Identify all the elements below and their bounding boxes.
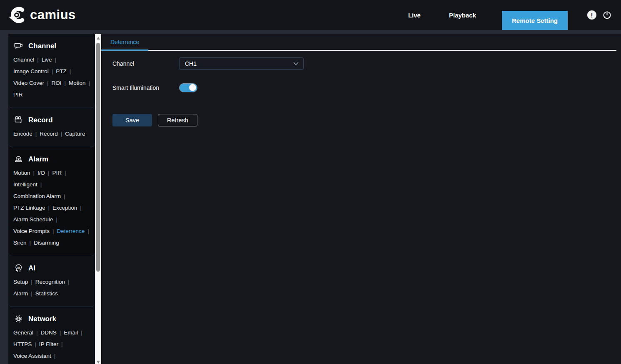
separator: | — [37, 57, 39, 63]
sidebar-row: Voice Assistant| — [13, 350, 90, 362]
channel-select[interactable]: CH1 — [179, 57, 304, 70]
save-button[interactable]: Save — [112, 114, 152, 126]
section-title-record: Record — [13, 114, 90, 128]
sidebar-item-motion[interactable]: Motion — [69, 80, 86, 86]
sidebar-item-alarm-pir[interactable]: PIR — [52, 170, 62, 176]
section-title-ai: AI AI — [13, 262, 90, 276]
separator: | — [31, 279, 32, 285]
sidebar-item-ddns[interactable]: DDNS — [41, 329, 57, 336]
sidebar: Channel Channel|Live| Image Control|PTZ|… — [8, 34, 95, 364]
sidebar-item-voice-assistant[interactable]: Voice Assistant — [13, 353, 51, 359]
sidebar-item-roi[interactable]: ROI — [52, 80, 62, 86]
tab-bar: Deterrence — [101, 34, 616, 51]
separator: | — [64, 193, 65, 199]
sidebar-item-ptz[interactable]: PTZ — [56, 68, 67, 74]
sidebar-item-intelligent[interactable]: Intelligent — [13, 181, 37, 188]
section-title-network: Network — [13, 313, 90, 327]
section-title-channel: Channel — [13, 40, 90, 54]
sidebar-item-ip-filter[interactable]: IP Filter — [39, 341, 58, 347]
action-buttons: Save Refresh — [101, 114, 621, 126]
ai-icon: AI — [13, 263, 23, 273]
separator: | — [40, 181, 42, 188]
sidebar-item-live[interactable]: Live — [42, 57, 52, 63]
sidebar-item-ptz-linkage[interactable]: PTZ Linkage — [13, 205, 45, 211]
sidebar-item-general[interactable]: General — [13, 329, 33, 336]
sidebar-section-network: Network General|DDNS|Email| HTTPS|IP Fil… — [8, 307, 95, 364]
camius-logo-icon — [8, 6, 26, 24]
separator: | — [48, 170, 50, 176]
sidebar-item-record[interactable]: Record — [40, 131, 58, 137]
separator: | — [87, 228, 89, 234]
sidebar-item-disarming[interactable]: Disarming — [34, 240, 59, 246]
separator: | — [80, 205, 82, 211]
sidebar-item-ai-setup[interactable]: Setup — [13, 279, 28, 285]
alarm-icon — [13, 154, 23, 164]
tab-deterrence[interactable]: Deterrence — [101, 34, 148, 51]
brand-logo: camius — [8, 6, 76, 24]
sidebar-row: Combination Alarm| — [13, 191, 90, 202]
separator: | — [35, 131, 37, 137]
sidebar-item-exception[interactable]: Exception — [52, 205, 77, 211]
section-title-alarm: Alarm — [13, 154, 90, 167]
smart-illumination-toggle[interactable] — [179, 83, 197, 92]
separator: | — [55, 57, 57, 63]
network-icon — [13, 314, 23, 324]
toggle-knob — [189, 84, 196, 91]
separator: | — [48, 205, 50, 211]
separator: | — [52, 68, 53, 74]
sidebar-item-ai-alarm[interactable]: Alarm — [13, 290, 28, 297]
sidebar-item-video-cover[interactable]: Video Cover — [13, 80, 44, 86]
camera-icon — [13, 41, 23, 51]
separator: | — [61, 131, 62, 137]
power-icon[interactable] — [602, 10, 612, 20]
sidebar-item-encode[interactable]: Encode — [13, 131, 32, 137]
sidebar-item-alarm-motion[interactable]: Motion — [13, 170, 30, 176]
sidebar-item-siren[interactable]: Siren — [13, 240, 27, 246]
sidebar-item-statistics[interactable]: Statistics — [35, 290, 58, 297]
sidebar-item-image-control[interactable]: Image Control — [13, 68, 49, 74]
scroll-down-arrow-icon[interactable] — [97, 361, 100, 364]
separator: | — [33, 170, 35, 176]
separator: | — [65, 80, 66, 86]
sidebar-item-recognition[interactable]: Recognition — [35, 279, 65, 285]
sidebar-row: Setup|Recognition| — [13, 276, 90, 288]
sidebar-section-record: Record Encode|Record|Capture — [8, 108, 95, 147]
nav-remote-setting[interactable]: Remote Setting — [502, 11, 568, 30]
sidebar-item-email[interactable]: Email — [64, 329, 78, 336]
sidebar-item-capture[interactable]: Capture — [65, 131, 85, 137]
separator: | — [31, 290, 32, 297]
sidebar-row: Voice Prompts|Deterrence| — [13, 225, 90, 237]
record-icon — [13, 115, 23, 125]
sidebar-item-alarm-schedule[interactable]: Alarm Schedule — [13, 216, 53, 223]
sidebar-item-pir[interactable]: PIR — [13, 92, 23, 98]
sidebar-row: HTTPS|IP Filter| — [13, 339, 90, 350]
sidebar-item-channel[interactable]: Channel — [13, 57, 34, 63]
separator: | — [56, 216, 57, 223]
sidebar-row: Alarm|Statistics — [13, 288, 90, 300]
separator: | — [61, 341, 63, 347]
scroll-up-arrow-icon[interactable] — [97, 37, 100, 40]
separator: | — [89, 80, 90, 86]
sidebar-item-io[interactable]: I/O — [37, 170, 45, 176]
deterrence-form: Channel CH1 Smart Illumination — [101, 57, 621, 92]
sidebar-section-ai: AI AI Setup|Recognition| Alarm|Statistic… — [8, 256, 95, 307]
sidebar-item-deterrence[interactable]: Deterrence — [57, 228, 85, 234]
sidebar-row: PIR — [13, 89, 90, 101]
alert-icon[interactable]: ! — [587, 10, 596, 20]
sidebar-item-combination-alarm[interactable]: Combination Alarm — [13, 193, 61, 199]
scrollbar-thumb[interactable] — [96, 43, 100, 272]
sidebar-row: Channel|Live| — [13, 54, 90, 66]
nav-playback[interactable]: Playback — [449, 12, 476, 19]
refresh-button[interactable]: Refresh — [158, 114, 197, 126]
nav-live[interactable]: Live — [408, 12, 421, 19]
sidebar-section-channel: Channel Channel|Live| Image Control|PTZ|… — [8, 34, 95, 108]
sidebar-row: Encode|Record|Capture — [13, 128, 90, 140]
channel-select-value: CH1 — [185, 60, 197, 67]
sidebar-scrollbar[interactable] — [95, 34, 101, 364]
separator: | — [47, 80, 49, 86]
smart-illumination-label: Smart Illumination — [112, 84, 179, 91]
sidebar-item-voice-prompts[interactable]: Voice Prompts — [13, 228, 50, 234]
sidebar-row: Intelligent| — [13, 179, 90, 191]
sidebar-item-https[interactable]: HTTPS — [13, 341, 32, 347]
separator: | — [81, 329, 82, 336]
